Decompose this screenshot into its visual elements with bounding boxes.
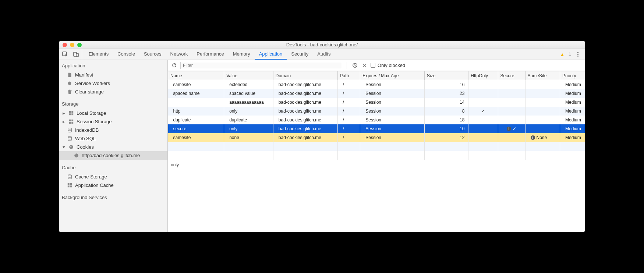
cell-name: samesite bbox=[168, 133, 224, 142]
column-header[interactable]: Size bbox=[425, 71, 468, 80]
sidebar: ApplicationManifestService WorkersClear … bbox=[59, 60, 168, 232]
tree-arrow-icon[interactable]: ▾ bbox=[62, 144, 66, 150]
sidebar-item-web-sql[interactable]: Web SQL bbox=[59, 134, 167, 143]
detail-value: only bbox=[171, 162, 179, 167]
more-menu-icon[interactable] bbox=[575, 52, 581, 57]
cell-name: http bbox=[168, 107, 224, 116]
grid-icon bbox=[68, 111, 74, 116]
info-icon: i bbox=[531, 135, 535, 140]
cell-samesite bbox=[525, 107, 560, 116]
sidebar-item-local-storage[interactable]: ▸Local Storage bbox=[59, 109, 167, 117]
cell-priority: Medium bbox=[560, 116, 585, 124]
svg-rect-5 bbox=[71, 111, 73, 113]
block-icon[interactable] bbox=[351, 62, 358, 69]
sidebar-item-label: Application Cache bbox=[75, 182, 114, 188]
tab-elements[interactable]: Elements bbox=[84, 49, 113, 60]
tab-performance[interactable]: Performance bbox=[192, 49, 228, 60]
cell-value: spaced value bbox=[224, 89, 273, 98]
clear-icon[interactable] bbox=[361, 62, 368, 69]
sidebar-item-application-cache[interactable]: Application Cache bbox=[59, 181, 167, 189]
only-blocked-label: Only blocked bbox=[378, 63, 405, 68]
cell-value: none bbox=[224, 133, 273, 142]
inspect-icon[interactable] bbox=[62, 51, 68, 58]
db-icon bbox=[67, 136, 72, 141]
table-row-empty bbox=[168, 142, 585, 151]
cell-secure bbox=[498, 116, 525, 124]
sidebar-item-label: Service Workers bbox=[75, 81, 110, 86]
sidebar-item-cache-storage[interactable]: Cache Storage bbox=[59, 173, 167, 181]
table-row[interactable]: httponlybad-cookies.glitch.me/Session8✓M… bbox=[168, 107, 585, 116]
close-button[interactable] bbox=[63, 43, 67, 47]
sidebar-item-indexeddb[interactable]: IndexedDB bbox=[59, 126, 167, 134]
cell-samesite bbox=[525, 116, 560, 124]
cell-path: / bbox=[337, 98, 360, 107]
column-header[interactable]: SameSite bbox=[525, 71, 560, 80]
cell-domain: bad-cookies.glitch.me bbox=[273, 98, 337, 107]
table-row[interactable]: samesiteextendedbad-cookies.glitch.me/Se… bbox=[168, 80, 585, 89]
cell-name bbox=[168, 98, 224, 107]
tab-memory[interactable]: Memory bbox=[229, 49, 255, 60]
sidebar-item-manifest[interactable]: Manifest bbox=[59, 71, 167, 79]
filter-input[interactable] bbox=[180, 62, 342, 69]
cookies-toolbar: Only blocked bbox=[168, 60, 585, 71]
sidebar-item-label: Cookies bbox=[77, 144, 94, 150]
tab-network[interactable]: Network bbox=[166, 49, 192, 60]
sidebar-item-session-storage[interactable]: ▸Session Storage bbox=[59, 117, 167, 126]
cell-expires: Session bbox=[360, 116, 425, 124]
sidebar-item-clear-storage[interactable]: Clear storage bbox=[59, 88, 167, 96]
column-header[interactable]: Priority bbox=[560, 71, 585, 80]
tab-sources[interactable]: Sources bbox=[139, 49, 166, 60]
sidebar-item-cookies[interactable]: ▾Cookies bbox=[59, 143, 167, 151]
tab-audits[interactable]: Audits bbox=[313, 49, 335, 60]
window-controls bbox=[59, 43, 82, 47]
table-row[interactable]: secureonlybad-cookies.glitch.me/Session1… bbox=[168, 124, 585, 133]
cell-path: / bbox=[337, 80, 360, 89]
column-header[interactable]: HttpOnly bbox=[468, 71, 498, 80]
refresh-icon[interactable] bbox=[171, 62, 177, 69]
cell-domain: bad-cookies.glitch.me bbox=[273, 116, 337, 124]
column-header[interactable]: Path bbox=[337, 71, 360, 80]
column-header[interactable]: Secure bbox=[498, 71, 525, 80]
svg-point-21 bbox=[75, 156, 76, 156]
sidebar-subitem[interactable]: http://bad-cookies.glitch.me bbox=[59, 151, 167, 160]
minimize-button[interactable] bbox=[70, 43, 74, 47]
sidebar-item-service-workers[interactable]: Service Workers bbox=[59, 79, 167, 88]
cell-size: 16 bbox=[425, 80, 468, 89]
sidebar-item-label: IndexedDB bbox=[75, 127, 99, 133]
svg-rect-8 bbox=[69, 120, 71, 121]
column-header[interactable]: Value bbox=[224, 71, 273, 80]
cell-httponly bbox=[468, 89, 498, 98]
table-row[interactable]: samesitenonebad-cookies.glitch.me/Sessio… bbox=[168, 133, 585, 142]
sidebar-item-label: http://bad-cookies.glitch.me bbox=[82, 153, 140, 158]
maximize-button[interactable] bbox=[77, 43, 82, 47]
table-row[interactable]: duplicateduplicatebad-cookies.glitch.me/… bbox=[168, 116, 585, 124]
svg-point-14 bbox=[69, 145, 73, 149]
cell-path: / bbox=[337, 89, 360, 98]
device-toggle-icon[interactable] bbox=[73, 51, 79, 58]
svg-point-15 bbox=[70, 146, 71, 147]
tab-console[interactable]: Console bbox=[113, 49, 139, 60]
svg-rect-4 bbox=[69, 111, 71, 113]
svg-rect-7 bbox=[71, 113, 73, 115]
cell-domain: bad-cookies.glitch.me bbox=[273, 80, 337, 89]
cell-priority: Medium bbox=[560, 124, 585, 133]
cell-name: secure bbox=[168, 124, 224, 133]
column-header[interactable]: Domain bbox=[273, 71, 337, 80]
svg-point-17 bbox=[70, 147, 71, 148]
svg-point-16 bbox=[71, 146, 72, 147]
column-header[interactable]: Expires / Max-Age bbox=[360, 71, 425, 80]
info-icon: i bbox=[507, 127, 511, 131]
only-blocked-checkbox[interactable]: Only blocked bbox=[371, 63, 405, 68]
tab-application[interactable]: Application bbox=[255, 49, 287, 60]
warning-icon[interactable]: ▲ bbox=[560, 52, 565, 57]
column-header[interactable]: Name bbox=[168, 71, 224, 80]
tree-arrow-icon[interactable]: ▸ bbox=[62, 119, 66, 124]
tab-security[interactable]: Security bbox=[287, 49, 313, 60]
tree-arrow-icon[interactable]: ▸ bbox=[62, 110, 66, 116]
table-row[interactable]: aaaaaaaaaaaaaabad-cookies.glitch.me/Sess… bbox=[168, 98, 585, 107]
sidebar-heading: Cache bbox=[59, 162, 167, 173]
file-icon bbox=[67, 72, 72, 78]
cell-size: 10 bbox=[425, 124, 468, 133]
cell-expires: Session bbox=[360, 107, 425, 116]
table-row[interactable]: spaced namespaced valuebad-cookies.glitc… bbox=[168, 89, 585, 98]
